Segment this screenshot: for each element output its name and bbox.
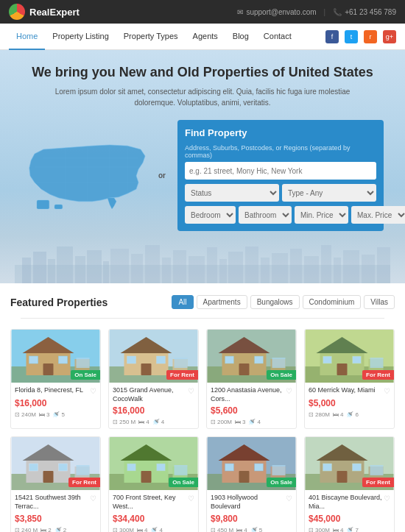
property-card[interactable]: On Sale 1903 Hollywood Boulevard ♡ $9,80… — [206, 436, 297, 532]
property-badge: For Rent — [68, 478, 100, 487]
bath-icon: 🚿 — [150, 527, 158, 532]
svg-rect-25 — [228, 252, 243, 283]
svg-rect-91 — [175, 465, 188, 475]
property-badge: On Sale — [169, 478, 198, 487]
nav-agents[interactable]: Agents — [186, 24, 225, 50]
googleplus-icon[interactable]: g+ — [383, 30, 396, 43]
svg-rect-79 — [29, 464, 38, 471]
svg-rect-14 — [75, 256, 85, 283]
svg-rect-10 — [22, 258, 31, 283]
property-info: 401 Biscayne Boulevard, Mia... ♡ $45,000… — [305, 490, 394, 532]
bath-icon: 🚿 — [54, 527, 62, 532]
filter-apartments[interactable]: Apartments — [197, 295, 247, 309]
property-details: ⊡ 450 M 🛏 4 🚿 5 — [211, 527, 292, 532]
svg-rect-109 — [370, 465, 384, 475]
favorite-icon[interactable]: ♡ — [286, 386, 292, 396]
twitter-icon[interactable]: t — [345, 30, 358, 43]
property-price: $16,000 — [15, 398, 96, 408]
property-details: ⊡ 240 M 🛏 2 🚿 2 — [15, 527, 96, 532]
area-detail: ⊡ 240 M — [15, 527, 38, 532]
property-card[interactable]: For Rent 401 Biscayne Boulevard, Mia... … — [304, 436, 395, 532]
beds-detail: 🛏 4 — [333, 527, 343, 532]
filter-all[interactable]: All — [172, 295, 193, 309]
svg-rect-44 — [59, 356, 68, 363]
area-detail: ⊡ 450 M — [211, 527, 233, 532]
favorite-icon[interactable]: ♡ — [286, 494, 292, 503]
rss-icon[interactable]: r — [364, 30, 377, 43]
hero-section: We bring you New and Old Properties of U… — [0, 50, 405, 283]
nav-blog[interactable]: Blog — [225, 24, 256, 50]
nav-contact[interactable]: Contact — [256, 24, 299, 50]
filter-tabs: All Apartments Bungalows Condominium Vil… — [172, 295, 395, 309]
property-card[interactable]: On Sale Florida 8, Pinecrest, FL ♡ $16,0… — [10, 329, 101, 429]
nav-property-listing[interactable]: Property Listing — [45, 24, 116, 50]
svg-rect-73 — [370, 358, 384, 368]
property-address: 1200 Anastasia Avenue, Cors... ♡ — [211, 386, 292, 403]
property-image: For Rent — [305, 437, 394, 490]
filters-row: Bedroom 1234 Bathroom 1234 Min. Price Ma… — [185, 206, 376, 224]
property-card[interactable]: On Sale 1200 Anastasia Avenue, Cors... ♡… — [206, 329, 297, 429]
svg-rect-34 — [362, 255, 375, 283]
property-card[interactable]: For Rent 3015 Grand Avenue, CocoWalk ♡ $… — [108, 329, 199, 429]
favorite-icon[interactable]: ♡ — [90, 494, 96, 503]
property-card[interactable]: For Rent 60 Merrick Way, Miami ♡ $5,000 … — [304, 329, 395, 429]
nav-property-types[interactable]: Property Types — [116, 24, 186, 50]
svg-rect-35 — [377, 247, 390, 283]
svg-rect-31 — [321, 245, 331, 283]
header: RealExpert ✉ support@envato.com | 📞 +61 … — [0, 0, 405, 24]
property-price: $3,850 — [15, 514, 96, 524]
svg-rect-97 — [225, 464, 234, 471]
baths-detail: 🚿 7 — [346, 527, 358, 532]
favorite-icon[interactable]: ♡ — [384, 494, 390, 503]
property-card[interactable]: On Sale 700 Front Street, Key West... ♡ … — [108, 436, 199, 532]
bed-icon: 🛏 — [333, 411, 339, 418]
address-label: Address, Suburbs, Postcodes, or Regions … — [185, 144, 376, 159]
property-card[interactable]: For Rent 15421 Southwest 39th Terrac... … — [10, 436, 101, 532]
bed-icon: 🛏 — [333, 527, 339, 532]
filter-condominium[interactable]: Condominium — [303, 295, 362, 309]
svg-rect-12 — [48, 259, 55, 283]
property-image: For Rent — [109, 330, 198, 383]
filter-bungalows[interactable]: Bungalows — [250, 295, 300, 309]
favorite-icon[interactable]: ♡ — [90, 386, 96, 396]
area-detail: ⊡ 300M — [113, 527, 134, 532]
nav-home[interactable]: Home — [9, 24, 45, 50]
bedroom-select[interactable]: Bedroom 1234 — [185, 206, 236, 224]
baths-detail: 🚿 2 — [54, 527, 66, 532]
property-details: ⊡ 280M 🛏 4 🚿 6 — [309, 411, 390, 418]
max-price-select[interactable]: Max. Price — [351, 206, 405, 224]
baths-detail: 🚿 4 — [248, 419, 260, 425]
beds-detail: 🛏 4 — [138, 419, 149, 425]
svg-rect-24 — [219, 259, 227, 283]
property-price: $34,400 — [113, 514, 194, 524]
bathroom-select[interactable]: Bathroom 1234 — [239, 206, 292, 224]
svg-rect-64 — [272, 358, 286, 368]
property-address: 1903 Hollywood Boulevard ♡ — [211, 494, 292, 511]
area-icon: ⊡ — [211, 419, 216, 425]
area-icon: ⊡ — [15, 527, 20, 532]
status-select[interactable]: Status For Sale For Rent — [185, 184, 279, 202]
svg-rect-71 — [353, 356, 362, 363]
featured-section: Featured Properties All Apartments Bunga… — [0, 283, 405, 532]
bath-icon: 🚿 — [250, 527, 258, 532]
svg-rect-42 — [43, 363, 54, 375]
svg-rect-52 — [127, 356, 136, 363]
filter-villas[interactable]: Villas — [364, 295, 395, 309]
favorite-icon[interactable]: ♡ — [384, 386, 390, 396]
address-input[interactable] — [185, 162, 376, 180]
type-select[interactable]: Type - Any Apartment Bungalow Villa — [282, 184, 376, 202]
min-price-select[interactable]: Min. Price — [295, 206, 348, 224]
svg-rect-28 — [272, 253, 288, 283]
header-phone: 📞 +61 23 456 789 — [333, 8, 396, 16]
svg-rect-80 — [59, 464, 68, 471]
facebook-icon[interactable]: f — [325, 30, 339, 43]
svg-rect-51 — [141, 363, 152, 375]
favorite-icon[interactable]: ♡ — [188, 386, 194, 396]
bed-icon: 🛏 — [235, 419, 241, 425]
beds-detail: 🛏 3 — [39, 411, 49, 418]
favorite-icon[interactable]: ♡ — [188, 494, 194, 503]
svg-rect-18 — [131, 254, 143, 283]
svg-rect-82 — [77, 465, 90, 475]
svg-rect-107 — [353, 464, 362, 471]
property-image: For Rent — [11, 437, 100, 490]
